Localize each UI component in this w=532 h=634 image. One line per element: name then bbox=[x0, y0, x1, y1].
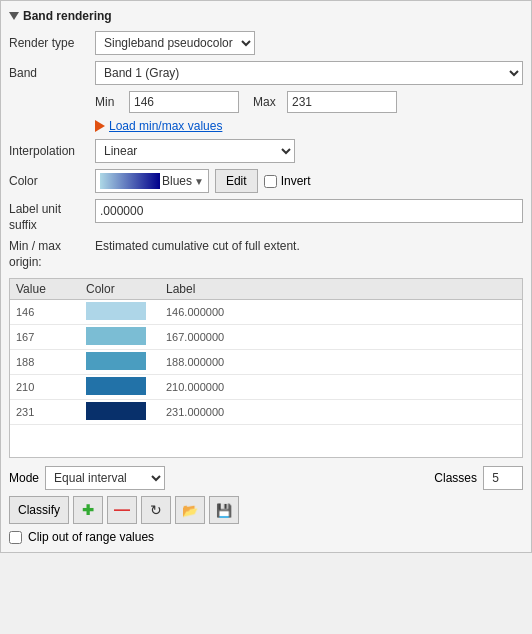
table-row[interactable]: 188188.000000 bbox=[10, 350, 522, 375]
cell-value: 231 bbox=[10, 400, 80, 425]
folder-icon: 📂 bbox=[182, 503, 198, 518]
cell-value: 167 bbox=[10, 325, 80, 350]
classes-label: Classes bbox=[434, 471, 477, 485]
table-row[interactable]: 146146.000000 bbox=[10, 300, 522, 325]
invert-row: Invert bbox=[264, 174, 311, 188]
cell-value: 146 bbox=[10, 300, 80, 325]
table-row[interactable]: 210210.000000 bbox=[10, 375, 522, 400]
col-label: Label bbox=[160, 279, 522, 300]
band-row: Band Band 1 (Gray) bbox=[9, 61, 523, 85]
color-table-container[interactable]: Value Color Label 146146.000000167167.00… bbox=[9, 278, 523, 458]
save-icon: 💾 bbox=[216, 503, 232, 518]
cell-label: 210.000000 bbox=[160, 375, 522, 400]
render-type-select[interactable]: Singleband pseudocolor bbox=[95, 31, 255, 55]
color-swatch bbox=[86, 402, 146, 420]
plus-icon: ✚ bbox=[82, 502, 94, 518]
table-row[interactable]: 231231.000000 bbox=[10, 400, 522, 425]
load-minmax-link[interactable]: Load min/max values bbox=[109, 119, 222, 133]
color-row: Color Blues ▼ Edit Invert bbox=[9, 169, 523, 193]
render-type-row: Render type Singleband pseudocolor bbox=[9, 31, 523, 55]
cell-value: 210 bbox=[10, 375, 80, 400]
minus-icon: — bbox=[114, 502, 130, 518]
cell-color bbox=[80, 375, 160, 400]
min-max-row: Min Max bbox=[9, 91, 523, 113]
band-select[interactable]: Band 1 (Gray) bbox=[95, 61, 523, 85]
collapse-icon[interactable] bbox=[9, 12, 19, 20]
cell-label: 231.000000 bbox=[160, 400, 522, 425]
toolbar-row: Classify ✚ — ↻ 📂 💾 bbox=[9, 496, 523, 524]
min-label: Min bbox=[95, 95, 123, 109]
mode-select[interactable]: Equal interval Continuous Quantile bbox=[45, 466, 165, 490]
table-header-row: Value Color Label bbox=[10, 279, 522, 300]
color-table: Value Color Label 146146.000000167167.00… bbox=[10, 279, 522, 425]
min-input[interactable] bbox=[129, 91, 239, 113]
max-input[interactable] bbox=[287, 91, 397, 113]
bottom-bar: Mode Equal interval Continuous Quantile … bbox=[9, 466, 523, 490]
col-color: Color bbox=[80, 279, 160, 300]
cell-color bbox=[80, 325, 160, 350]
clip-checkbox[interactable] bbox=[9, 531, 22, 544]
load-minmax-row: Load min/max values bbox=[9, 119, 523, 133]
cell-label: 167.000000 bbox=[160, 325, 522, 350]
refresh-icon: ↻ bbox=[150, 502, 162, 518]
label-unit-input[interactable] bbox=[95, 199, 523, 223]
save-colormap-button[interactable]: 💾 bbox=[209, 496, 239, 524]
play-icon bbox=[95, 120, 105, 132]
refresh-button[interactable]: ↻ bbox=[141, 496, 171, 524]
cell-color bbox=[80, 300, 160, 325]
render-type-label: Render type bbox=[9, 36, 89, 50]
interpolation-row: Interpolation Linear bbox=[9, 139, 523, 163]
cell-label: 146.000000 bbox=[160, 300, 522, 325]
min-max-origin-label: Min / maxorigin: bbox=[9, 239, 89, 270]
color-swatch bbox=[86, 352, 146, 370]
classes-input[interactable] bbox=[483, 466, 523, 490]
min-max-origin-row: Min / maxorigin: Estimated cumulative cu… bbox=[9, 239, 523, 270]
interpolation-select[interactable]: Linear bbox=[95, 139, 295, 163]
clip-label: Clip out of range values bbox=[28, 530, 154, 544]
remove-class-button[interactable]: — bbox=[107, 496, 137, 524]
color-swatch bbox=[86, 377, 146, 395]
max-label: Max bbox=[253, 95, 281, 109]
section-title: Band rendering bbox=[23, 9, 112, 23]
clip-row: Clip out of range values bbox=[9, 530, 523, 544]
color-dropdown-arrow: ▼ bbox=[194, 176, 204, 187]
color-edit-button[interactable]: Edit bbox=[215, 169, 258, 193]
label-unit-row: Label unitsuffix bbox=[9, 199, 523, 233]
color-swatch bbox=[86, 327, 146, 345]
interpolation-label: Interpolation bbox=[9, 144, 89, 158]
cell-color bbox=[80, 400, 160, 425]
add-class-button[interactable]: ✚ bbox=[73, 496, 103, 524]
color-gradient-preview bbox=[100, 173, 160, 189]
mode-row: Mode Equal interval Continuous Quantile bbox=[9, 466, 165, 490]
classify-button[interactable]: Classify bbox=[9, 496, 69, 524]
classes-row: Classes bbox=[434, 466, 523, 490]
cell-color bbox=[80, 350, 160, 375]
estimated-text: Estimated cumulative cut of full extent. bbox=[95, 239, 300, 253]
color-selector-button[interactable]: Blues ▼ bbox=[95, 169, 209, 193]
table-row[interactable]: 167167.000000 bbox=[10, 325, 522, 350]
mode-label: Mode bbox=[9, 471, 39, 485]
invert-label: Invert bbox=[281, 174, 311, 188]
band-label: Band bbox=[9, 66, 89, 80]
cell-label: 188.000000 bbox=[160, 350, 522, 375]
invert-checkbox[interactable] bbox=[264, 175, 277, 188]
color-swatch bbox=[86, 302, 146, 320]
label-unit-label: Label unitsuffix bbox=[9, 199, 89, 233]
color-name: Blues bbox=[162, 174, 192, 188]
load-colormap-button[interactable]: 📂 bbox=[175, 496, 205, 524]
color-label: Color bbox=[9, 174, 89, 188]
band-rendering-panel: Band rendering Render type Singleband ps… bbox=[0, 0, 532, 553]
cell-value: 188 bbox=[10, 350, 80, 375]
section-header: Band rendering bbox=[9, 9, 523, 23]
col-value: Value bbox=[10, 279, 80, 300]
